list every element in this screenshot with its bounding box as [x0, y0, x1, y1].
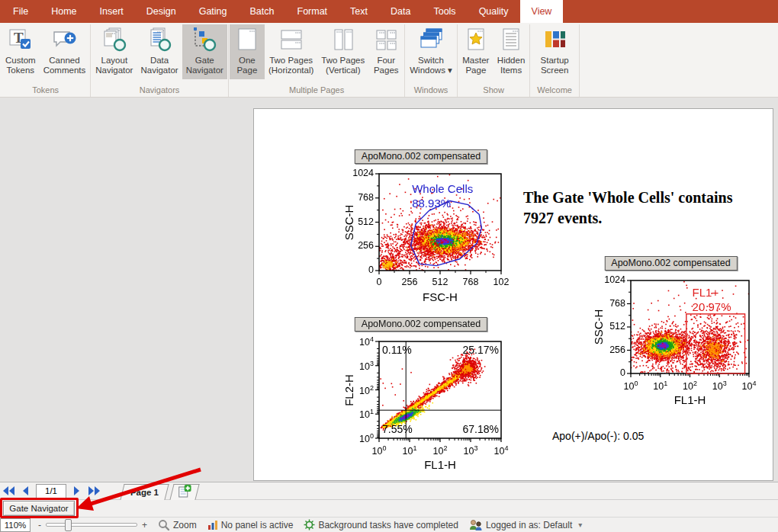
ribbon-button-label: CannedComments	[43, 56, 86, 75]
master-page-icon	[463, 27, 489, 53]
ribbon-button-custom-tokens[interactable]: TCustomTokens	[2, 24, 40, 79]
ribbon-group-label: Navigators	[92, 85, 227, 97]
ribbon-button-label: GateNavigator	[186, 56, 223, 75]
one-page-icon	[234, 27, 260, 53]
y-tick-label: 0	[368, 264, 374, 275]
page-number-box[interactable]: 1/1	[36, 484, 66, 498]
ribbon-button-one-page[interactable]: OnePage	[230, 24, 265, 79]
ribbon-tab-design[interactable]: Design	[135, 0, 188, 23]
ribbon-button-label: CustomTokens	[5, 56, 36, 75]
zoom-value[interactable]: 110%	[0, 518, 31, 532]
ribbon-button-layout-navigator[interactable]: LayoutNavigator	[92, 24, 137, 79]
y-axis-label: SSC-H	[342, 204, 355, 240]
ribbon-tab-insert[interactable]: Insert	[88, 0, 135, 23]
ribbon-tab-gating[interactable]: Gating	[188, 0, 239, 23]
ribbon-group-tokens: TCustomTokensCannedCommentsTokens	[1, 24, 91, 97]
y-tick-label: 768	[358, 192, 374, 203]
ribbon-tab-bar: FileHomeInsertDesignGatingBatchFormatTex…	[0, 0, 778, 23]
ratio-text[interactable]: Apo(+)/Apo(-): 0.05	[552, 430, 644, 442]
x-tick-label: 768	[463, 277, 479, 287]
ribbon-button-switch-windows[interactable]: SwitchWindows ▾	[406, 24, 456, 79]
y-tick-label: 512	[358, 216, 374, 227]
zoom-in-button[interactable]: +	[142, 520, 147, 530]
ribbon-tab-quality[interactable]: Quality	[468, 0, 520, 23]
annotation-highlight-rect	[0, 498, 79, 518]
quadrant-lr-percent: 67.18%	[463, 423, 499, 435]
ribbon-group-label: Tokens	[2, 85, 89, 97]
ribbon-tab-data[interactable]: Data	[379, 0, 422, 23]
ribbon-button-label: MasterPage	[462, 56, 489, 75]
ribbon-button-master-page[interactable]: MasterPage	[458, 24, 493, 79]
gate-info-text[interactable]: The Gate 'Whole Cells' contains 7927 eve…	[523, 187, 775, 229]
gate-info-line2: 7927 events.	[523, 208, 775, 229]
x-tick-label: 102	[493, 277, 510, 287]
last-page-button[interactable]	[85, 483, 102, 498]
y-axis-label: SSC-H	[592, 309, 605, 345]
zoom-icon	[158, 519, 170, 531]
ribbon-tab-home[interactable]: Home	[40, 0, 88, 23]
status-bar: 110% - + Zoom No panel is active Backgro…	[0, 517, 778, 532]
background-tasks-icon	[304, 519, 315, 530]
zoom-slider[interactable]	[46, 523, 137, 527]
ribbon-group-show: MasterPageHiddenItemsShow	[458, 24, 530, 97]
y-tick-label: 101	[359, 408, 374, 420]
previous-page-button[interactable]	[17, 483, 34, 498]
canned-comments-icon	[51, 27, 77, 53]
zoom-label[interactable]: Zoom	[173, 520, 197, 530]
page-navigation-bar: 1/1 Page 1	[0, 482, 778, 500]
ribbon-button-canned-comments[interactable]: CannedComments	[40, 24, 90, 79]
gate-label-whole-cells: Whole Cells88.93%	[412, 181, 473, 210]
ribbon-button-label: HiddenItems	[497, 56, 525, 75]
custom-tokens-icon: T	[8, 27, 34, 53]
y-tick-label: 768	[609, 298, 625, 309]
ribbon-button-four-pages[interactable]: FourPages	[368, 24, 403, 79]
y-tick-label: 256	[609, 345, 625, 355]
plot-2[interactable]: ApoMono.002 compensated10410310210110010…	[338, 317, 525, 476]
background-tasks-text: Background tasks have completed	[318, 520, 458, 530]
layout-navigator-icon	[101, 27, 127, 53]
logged-in-users-icon	[469, 519, 483, 531]
ribbon-button-data-navigator[interactable]: DataNavigator	[137, 24, 182, 79]
ribbon-tab-file[interactable]: File	[2, 0, 40, 23]
ribbon-button-hidden-items[interactable]: HiddenItems	[493, 24, 529, 79]
add-page-button[interactable]	[169, 484, 199, 500]
logged-in-dropdown-icon[interactable]: ▾	[578, 521, 582, 529]
x-tick-label: 256	[402, 277, 418, 287]
x-tick-label: 0	[377, 277, 382, 287]
y-tick-label: 103	[359, 360, 374, 372]
ribbon-tab-view[interactable]: View	[520, 0, 564, 23]
next-page-button[interactable]	[69, 483, 85, 498]
y-tick-label: 100	[359, 432, 374, 444]
plot-3[interactable]: ApoMono.002 compensatedFL1+20.97%1024768…	[587, 256, 776, 409]
ribbon-button-gate-navigator[interactable]: GateNavigator	[182, 24, 227, 79]
ribbon-tab-tools[interactable]: Tools	[422, 0, 467, 23]
ribbon-group-navigators: LayoutNavigatorDataNavigatorGateNavigato…	[91, 24, 229, 97]
ribbon-tab-batch[interactable]: Batch	[239, 0, 286, 23]
zoom-out-button[interactable]: -	[38, 520, 41, 530]
x-tick-label: 512	[432, 277, 448, 287]
first-page-button[interactable]	[0, 483, 17, 498]
ribbon-button-label: DataNavigator	[140, 56, 178, 75]
ribbon-group-windows: SwitchWindows ▾Windows	[405, 24, 458, 97]
x-tick-label: 100	[372, 444, 387, 457]
add-page-icon	[178, 485, 191, 501]
ribbon-group-multiple-pages: OnePageTwo Pages(Horizontal)Two Pages(Ve…	[229, 24, 405, 97]
page-tab[interactable]: Page 1	[120, 484, 169, 500]
ribbon-group-label: Welcome	[531, 85, 578, 97]
plot-1[interactable]: ApoMono.002 compensatedWhole Cells88.93%…	[338, 149, 525, 308]
page-tab-label: Page 1	[130, 488, 159, 497]
x-tick-label: 102	[683, 380, 697, 392]
x-tick-label: 101	[653, 380, 667, 392]
ribbon-tab-format[interactable]: Format	[286, 0, 339, 23]
ribbon-button-startup-screen[interactable]: StartupScreen	[537, 24, 573, 79]
ribbon-button-label: Two Pages(Horizontal)	[268, 56, 313, 75]
gate-navigator-row: Gate Navigator	[0, 500, 778, 517]
logged-in-text[interactable]: Logged in as: Default	[486, 520, 572, 530]
quadrant-ur-percent: 25.17%	[463, 344, 499, 356]
ribbon-button-two-pages-vertical[interactable]: Two Pages(Vertical)	[317, 24, 368, 79]
startup-screen-icon	[542, 27, 567, 53]
x-tick-label: 103	[712, 380, 727, 392]
ribbon-tab-text[interactable]: Text	[339, 0, 379, 23]
zoom-slider-thumb[interactable]	[65, 519, 72, 531]
ribbon-button-two-pages-horizontal[interactable]: Two Pages(Horizontal)	[265, 24, 317, 79]
